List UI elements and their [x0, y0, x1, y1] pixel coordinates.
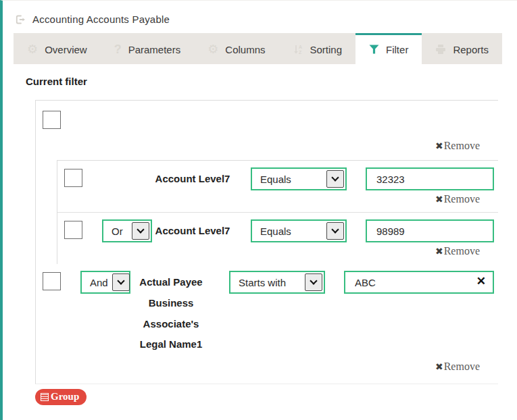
tab-columns[interactable]: ⚙ Columns	[194, 33, 278, 64]
page-title: Accounting Accounts Payable	[32, 14, 170, 25]
funnel-icon	[369, 45, 379, 54]
field-name: Actual Payee Business Associate's Legal …	[132, 272, 210, 355]
chevron-down-icon	[326, 222, 344, 240]
svg-text:A: A	[299, 45, 302, 49]
exit-arrow-icon	[15, 14, 26, 25]
condition-select[interactable]: Equals	[251, 167, 347, 190]
operator-select[interactable]: And	[80, 271, 130, 294]
condition-select[interactable]: Starts with	[229, 271, 325, 294]
row-checkbox[interactable]	[64, 221, 82, 239]
remove-row-link[interactable]: ✖Remove	[435, 245, 480, 257]
tab-label: Sorting	[310, 44, 343, 55]
question-icon: ?	[114, 43, 122, 55]
condition-select[interactable]: Equals	[251, 219, 347, 242]
filter-row: And Actual Payee Business Associate's Le…	[36, 264, 498, 357]
field-name: Account Level7	[153, 169, 232, 190]
sort-az-icon: A Z	[293, 44, 303, 55]
operator-select[interactable]: Or	[102, 219, 152, 242]
tab-label: Columns	[225, 44, 265, 55]
tab-filter[interactable]: Filter	[355, 33, 422, 64]
gears-icon: ⚙	[207, 43, 218, 55]
filter-group-inner: Account Level7 Equals ✖Remove Or Account…	[57, 160, 498, 264]
breadcrumb: Accounting Accounts Payable	[3, 1, 517, 33]
filter-value-input[interactable]	[366, 167, 494, 190]
svg-text:Z: Z	[299, 50, 302, 55]
row-checkbox[interactable]	[64, 169, 82, 187]
field-name: Account Level7	[153, 221, 232, 242]
chevron-down-icon	[305, 273, 322, 291]
clear-input-icon[interactable]: ✕	[476, 275, 486, 288]
remove-x-icon: ✖	[435, 141, 443, 151]
tab-label: Parameters	[128, 44, 181, 55]
vendor-logo: Group	[35, 389, 87, 405]
tab-label: Filter	[386, 44, 408, 55]
tab-reports[interactable]: Reports	[422, 33, 502, 64]
gears-icon: ⚙	[27, 43, 38, 55]
tab-label: Reports	[453, 44, 489, 55]
filter-row: Or Account Level7 Equals	[57, 212, 498, 244]
remove-row-link[interactable]: ✖Remove	[435, 361, 480, 372]
row-checkbox[interactable]	[43, 272, 61, 290]
printer-icon	[435, 45, 446, 55]
filter-row: Account Level7 Equals	[57, 161, 498, 192]
remove-x-icon: ✖	[435, 362, 443, 372]
current-filter-heading: Current filter	[26, 76, 517, 87]
logo-emblem-icon	[41, 393, 49, 401]
remove-x-icon: ✖	[435, 246, 443, 257]
filter-value-input[interactable]	[344, 271, 494, 294]
chevron-down-icon	[112, 273, 130, 291]
tab-bar: ⚙ Overview ? Parameters ⚙ Columns A Z So…	[14, 33, 461, 64]
chevron-down-icon	[326, 170, 344, 188]
group-checkbox[interactable]	[43, 111, 61, 129]
remove-x-icon: ✖	[435, 194, 443, 205]
tab-parameters[interactable]: ? Parameters	[101, 33, 195, 64]
chevron-down-icon	[132, 222, 149, 240]
tab-overview[interactable]: ⚙ Overview	[14, 33, 101, 64]
filter-value-input[interactable]	[366, 219, 494, 242]
tab-sorting[interactable]: A Z Sorting	[279, 33, 356, 64]
remove-row-link[interactable]: ✖Remove	[435, 193, 480, 205]
filter-group-outer: ✖Remove Account Level7 Equals ✖Remove Or	[35, 100, 498, 384]
remove-group-link[interactable]: ✖Remove	[435, 140, 480, 151]
logo-text: Group	[51, 391, 79, 402]
tab-label: Overview	[45, 44, 87, 55]
